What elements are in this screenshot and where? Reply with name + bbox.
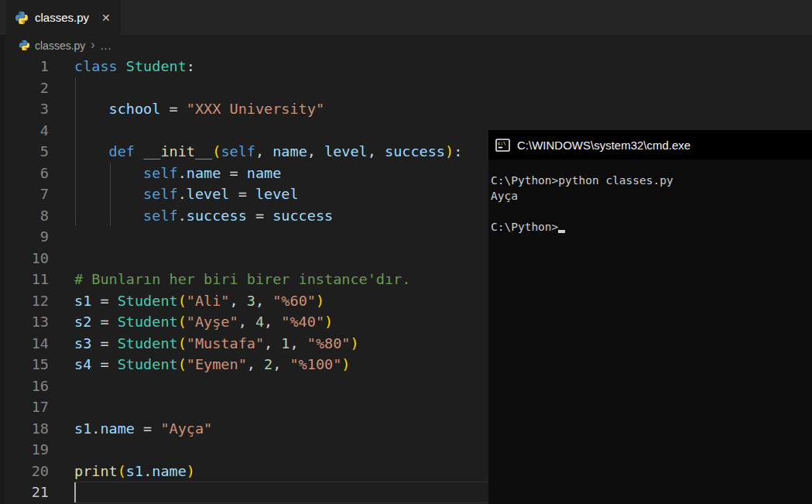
code-token: ) bbox=[445, 143, 454, 159]
code-token: , bbox=[255, 293, 272, 309]
tab-bar: classes.py ✕ bbox=[0, 0, 812, 35]
code-token bbox=[74, 101, 109, 117]
code-token: = bbox=[221, 165, 246, 181]
line-number[interactable]: 17 bbox=[0, 396, 74, 418]
line-number[interactable]: 8 bbox=[0, 205, 74, 227]
code-token: = bbox=[91, 314, 117, 330]
tab-label: classes.py bbox=[35, 11, 89, 24]
line-number[interactable]: 21 bbox=[0, 482, 74, 503]
code-token: Student bbox=[118, 356, 178, 372]
terminal-cursor bbox=[558, 230, 565, 233]
line-number[interactable]: 5 bbox=[0, 141, 74, 163]
code-token: self bbox=[143, 207, 178, 224]
code-token: class bbox=[74, 58, 118, 74]
code-token: Student bbox=[118, 335, 178, 351]
code-token: "%40" bbox=[281, 314, 324, 330]
code-token: = bbox=[160, 101, 186, 117]
line-number[interactable]: 13 bbox=[0, 311, 74, 333]
code-token: = bbox=[247, 207, 272, 224]
code-token: 1 bbox=[281, 335, 290, 351]
code-text[interactable]: s1.name = "Ayça" bbox=[74, 418, 212, 440]
code-token: s2 bbox=[74, 314, 91, 330]
cmd-icon: c:\ bbox=[495, 139, 510, 152]
code-token: ( bbox=[178, 314, 187, 330]
code-token: : bbox=[454, 143, 462, 159]
code-token bbox=[74, 207, 143, 224]
code-text[interactable]: # Bunların her biri birer instance'dır. bbox=[74, 269, 410, 290]
code-text[interactable]: self.name = name bbox=[74, 163, 281, 184]
code-token bbox=[74, 143, 109, 159]
code-token: ( bbox=[212, 143, 221, 159]
code-token: "%100" bbox=[290, 356, 341, 372]
chevron-right-icon: › bbox=[91, 39, 94, 51]
code-token: self bbox=[221, 143, 255, 159]
code-line: 3 school = "XXX University" bbox=[0, 98, 812, 120]
code-token: self bbox=[143, 186, 178, 202]
code-token: s3 bbox=[74, 335, 91, 351]
line-number[interactable]: 6 bbox=[0, 163, 74, 184]
code-token: , bbox=[264, 314, 281, 330]
line-number[interactable]: 20 bbox=[0, 461, 74, 482]
line-number[interactable]: 10 bbox=[0, 248, 74, 269]
code-token: = bbox=[91, 293, 117, 309]
line-number[interactable]: 14 bbox=[0, 333, 74, 355]
code-text[interactable]: def __init__(self, name, level, success)… bbox=[74, 141, 462, 163]
code-token: success bbox=[272, 207, 333, 224]
code-token: level bbox=[187, 186, 230, 202]
line-number[interactable]: 15 bbox=[0, 354, 74, 375]
code-text[interactable]: self.level = level bbox=[74, 183, 299, 205]
code-token: , bbox=[272, 356, 290, 372]
code-token: "%80" bbox=[307, 335, 351, 351]
line-number[interactable]: 2 bbox=[0, 77, 74, 99]
code-token: "XXX University" bbox=[187, 101, 324, 117]
code-text[interactable]: class Student: bbox=[74, 56, 195, 77]
code-text[interactable]: s3 = Student("Mustafa", 1, "%80") bbox=[74, 333, 359, 355]
code-token: . bbox=[91, 420, 100, 437]
code-text[interactable]: s1 = Student("Ali", 3, "%60") bbox=[74, 290, 324, 312]
code-token: . bbox=[143, 463, 152, 479]
tab-classes-py[interactable]: classes.py ✕ bbox=[6, 0, 121, 35]
breadcrumb-item-symbols[interactable]: ... bbox=[101, 39, 112, 52]
line-number[interactable]: 4 bbox=[0, 120, 74, 142]
code-token bbox=[74, 186, 143, 202]
code-token: "%60" bbox=[272, 293, 316, 309]
cmd-output[interactable]: C:\Python>python classes.pyAyçaC:\Python… bbox=[488, 159, 812, 235]
code-token: = bbox=[91, 356, 117, 372]
code-text[interactable]: s2 = Student("Ayşe", 4, "%40") bbox=[74, 311, 333, 333]
code-token: level bbox=[324, 143, 368, 159]
code-token: ) bbox=[350, 335, 358, 351]
code-token: "Mustafa" bbox=[187, 335, 264, 351]
cmd-titlebar[interactable]: c:\ C:\WINDOWS\system32\cmd.exe bbox=[488, 130, 812, 159]
line-number[interactable]: 11 bbox=[0, 269, 74, 290]
line-number[interactable]: 16 bbox=[0, 375, 74, 397]
code-line: 2 bbox=[0, 77, 812, 99]
tab-close-icon[interactable]: ✕ bbox=[101, 12, 111, 23]
code-token: , bbox=[247, 356, 264, 372]
line-number[interactable]: 3 bbox=[0, 98, 74, 120]
code-text[interactable]: print(s1.name) bbox=[74, 461, 195, 482]
line-number[interactable]: 18 bbox=[0, 418, 74, 440]
code-token: . bbox=[178, 186, 187, 202]
code-token: name bbox=[187, 165, 221, 181]
line-number[interactable]: 19 bbox=[0, 439, 74, 461]
code-token: s1 bbox=[74, 293, 91, 309]
line-number[interactable]: 1 bbox=[0, 56, 74, 77]
code-token: , bbox=[264, 335, 281, 351]
breadcrumb-item-file[interactable]: classes.py bbox=[35, 39, 85, 52]
code-text[interactable]: s4 = Student("Eymen", 2, "%100") bbox=[74, 354, 350, 375]
line-number[interactable]: 12 bbox=[0, 290, 74, 312]
cmd-window: c:\ C:\WINDOWS\system32\cmd.exe C:\Pytho… bbox=[488, 130, 812, 504]
code-token: ) bbox=[316, 293, 324, 309]
code-token: , bbox=[230, 293, 247, 309]
code-text[interactable]: self.success = success bbox=[74, 205, 333, 227]
code-token: Student bbox=[118, 314, 178, 330]
code-token: # Bunların her biri birer instance'dır. bbox=[74, 271, 410, 287]
code-token bbox=[135, 143, 143, 159]
code-token: s4 bbox=[74, 356, 91, 372]
svg-text:c:\: c:\ bbox=[498, 141, 506, 146]
terminal-line: Ayça bbox=[491, 188, 810, 204]
line-number[interactable]: 9 bbox=[0, 226, 74, 248]
code-text[interactable]: school = "XXX University" bbox=[74, 98, 324, 120]
line-number[interactable]: 7 bbox=[0, 183, 74, 205]
code-token: ) bbox=[341, 356, 350, 372]
